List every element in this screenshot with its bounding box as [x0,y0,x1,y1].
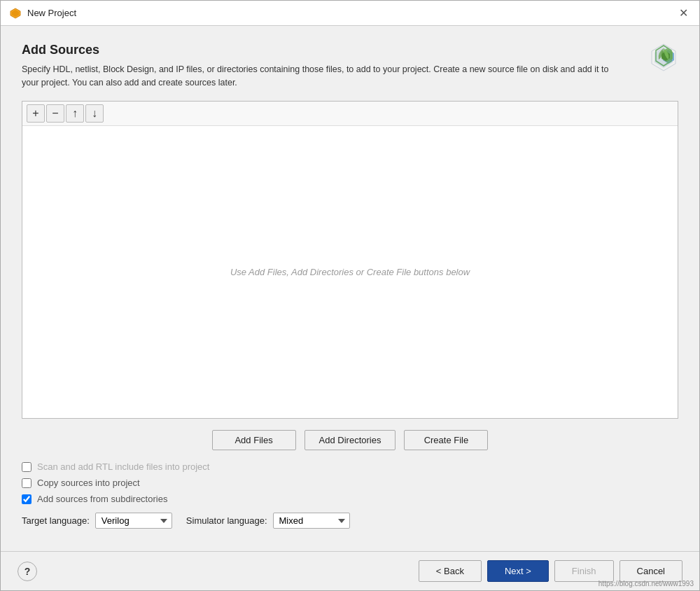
title-bar: New Project ✕ [1,1,699,26]
move-down-toolbar-button[interactable]: ↓ [85,104,104,123]
page-title: Add Sources [22,43,649,57]
scan-rtl-row: Scan and add RTL include files into proj… [22,461,678,472]
language-row: Target language: Verilog VHDL Simulator … [22,513,678,529]
copy-sources-checkbox[interactable] [22,478,31,488]
create-file-button[interactable]: Create File [404,430,488,450]
copy-sources-label[interactable]: Copy sources into project [37,478,140,488]
add-file-toolbar-button[interactable]: + [27,104,45,123]
footer-right: < Back Next > Finish Cancel [419,560,682,582]
next-button[interactable]: Next > [487,560,549,582]
footer-left: ? [18,562,37,581]
simulator-language-label: Simulator language: [186,515,267,526]
add-subdirs-row: Add sources from subdirectories [22,494,678,504]
finish-button[interactable]: Finish [554,560,614,582]
simulator-language-group: Simulator language: Mixed Verilog VHDL [186,513,350,529]
target-language-group: Target language: Verilog VHDL [22,513,172,529]
window-title: New Project [27,8,76,18]
vivado-title-icon [9,7,22,20]
page-header: Add Sources Specify HDL, netlist, Block … [22,43,678,90]
watermark: https://blog.csdn.net/www1993 [598,580,694,587]
add-subdirs-checkbox[interactable] [22,494,31,504]
help-button[interactable]: ? [18,562,37,581]
cancel-button[interactable]: Cancel [620,560,682,582]
action-buttons: Add Files Add Directories Create File [22,430,678,450]
file-list-placeholder: Use Add Files, Add Directories or Create… [230,267,470,277]
copy-sources-row: Copy sources into project [22,478,678,488]
close-button[interactable]: ✕ [676,6,691,20]
target-language-label: Target language: [22,515,90,526]
title-bar-left: New Project [9,7,76,20]
file-list-area: Use Add Files, Add Directories or Create… [22,126,678,419]
simulator-language-select[interactable]: Mixed Verilog VHDL [273,513,350,529]
remove-file-toolbar-button[interactable]: − [46,104,64,123]
scan-rtl-checkbox[interactable] [22,462,31,472]
toolbar: + − ↑ ↓ [22,102,678,126]
new-project-dialog: New Project ✕ Add Sources Specify HDL, n… [0,0,700,591]
target-language-select[interactable]: Verilog VHDL [95,513,172,529]
page-header-text: Add Sources Specify HDL, netlist, Block … [22,43,649,90]
footer: ? < Back Next > Finish Cancel [1,551,699,590]
add-files-button[interactable]: Add Files [212,430,296,450]
file-panel: + − ↑ ↓ Use Add Files, Add Directories o… [22,101,678,419]
add-directories-button[interactable]: Add Directories [304,430,396,450]
back-button[interactable]: < Back [419,560,482,582]
dialog-content: Add Sources Specify HDL, netlist, Block … [1,26,699,551]
options-section: Scan and add RTL include files into proj… [22,461,678,529]
page-description: Specify HDL, netlist, Block Design, and … [22,63,624,90]
vivado-logo [649,43,678,72]
scan-rtl-label[interactable]: Scan and add RTL include files into proj… [37,461,209,472]
add-subdirs-label[interactable]: Add sources from subdirectories [37,494,167,504]
move-up-toolbar-button[interactable]: ↑ [66,104,84,123]
